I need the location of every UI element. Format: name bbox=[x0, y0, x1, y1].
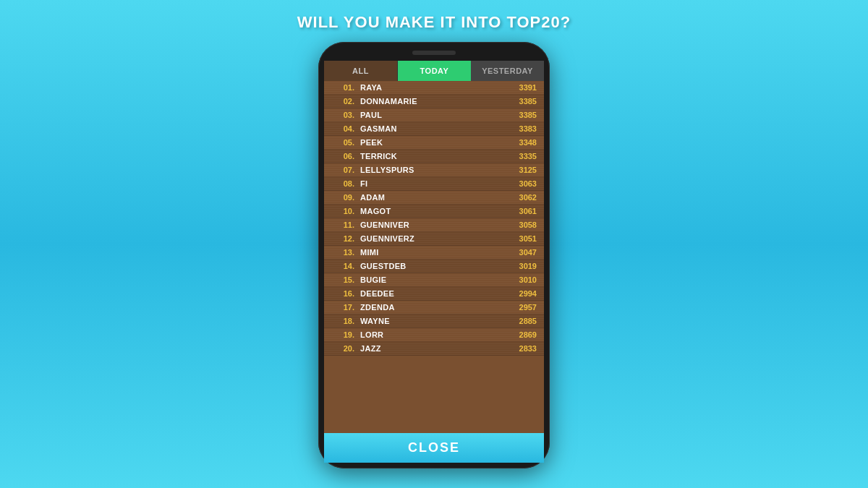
row-score: 3383 bbox=[519, 124, 537, 133]
leaderboard-row: 03.PAUL3385 bbox=[324, 108, 544, 122]
leaderboard-row: 10.MAGOT3061 bbox=[324, 205, 544, 218]
row-name: LORR bbox=[354, 330, 519, 339]
leaderboard-row: 15.BUGIE3010 bbox=[324, 273, 544, 287]
row-score: 3385 bbox=[519, 97, 537, 106]
leaderboard-row: 20.JAZZ2833 bbox=[324, 342, 544, 356]
row-rank: 05. bbox=[331, 138, 354, 147]
row-rank: 07. bbox=[331, 166, 354, 174]
phone-speaker bbox=[412, 51, 456, 55]
row-rank: 19. bbox=[331, 330, 354, 339]
tab-today[interactable]: TODAY bbox=[398, 61, 471, 81]
row-rank: 06. bbox=[331, 152, 354, 160]
row-score: 2994 bbox=[519, 289, 537, 298]
row-name: PAUL bbox=[354, 111, 519, 119]
leaderboard-row: 05.PEEK3348 bbox=[324, 136, 544, 150]
leaderboard-row: 16.DEEDEE2994 bbox=[324, 287, 544, 301]
row-rank: 01. bbox=[331, 83, 354, 92]
row-score: 3019 bbox=[519, 262, 537, 270]
leaderboard-row: 18.WAYNE2885 bbox=[324, 314, 544, 328]
row-name: MAGOT bbox=[354, 207, 519, 215]
leaderboard-row: 17.ZDENDA2957 bbox=[324, 301, 544, 314]
row-name: DEEDEE bbox=[354, 289, 519, 298]
row-score: 3125 bbox=[519, 166, 537, 174]
row-score: 2885 bbox=[519, 317, 537, 325]
row-name: LELLYSPURS bbox=[354, 166, 519, 174]
row-name: GUENNIVER bbox=[354, 221, 519, 229]
tab-all[interactable]: ALL bbox=[324, 61, 398, 81]
row-name: JAZZ bbox=[354, 344, 519, 353]
row-score: 3010 bbox=[519, 275, 537, 284]
leaderboard-row: 13.MIMI3047 bbox=[324, 246, 544, 260]
row-rank: 02. bbox=[331, 97, 354, 106]
row-name: GASMAN bbox=[354, 124, 519, 133]
row-name: GUENNIVERZ bbox=[354, 234, 519, 243]
row-rank: 10. bbox=[331, 207, 354, 215]
row-rank: 15. bbox=[331, 275, 354, 284]
row-rank: 12. bbox=[331, 234, 354, 243]
leaderboard-row: 02.DONNAMARIE3385 bbox=[324, 95, 544, 108]
leaderboard-row: 11.GUENNIVER3058 bbox=[324, 218, 544, 232]
row-score: 2869 bbox=[519, 330, 537, 339]
row-rank: 04. bbox=[331, 124, 354, 133]
row-name: ZDENDA bbox=[354, 303, 519, 312]
row-rank: 18. bbox=[331, 317, 354, 325]
row-rank: 08. bbox=[331, 179, 354, 188]
row-rank: 14. bbox=[331, 262, 354, 270]
row-rank: 09. bbox=[331, 193, 354, 202]
close-button[interactable]: CLOSE bbox=[324, 433, 544, 463]
leaderboard-row: 09.ADAM3062 bbox=[324, 191, 544, 205]
row-score: 3348 bbox=[519, 138, 537, 147]
row-name: BUGIE bbox=[354, 275, 519, 284]
tab-bar: ALL TODAY YESTERDAY bbox=[324, 61, 544, 81]
row-name: MIMI bbox=[354, 248, 519, 257]
leaderboard-row: 19.LORR2869 bbox=[324, 328, 544, 342]
row-score: 2957 bbox=[519, 303, 537, 312]
row-name: WAYNE bbox=[354, 317, 519, 325]
tab-yesterday[interactable]: YESTERDAY bbox=[471, 61, 544, 81]
leaderboard-row: 07.LELLYSPURS3125 bbox=[324, 163, 544, 177]
row-score: 3051 bbox=[519, 234, 537, 243]
row-score: 3385 bbox=[519, 111, 537, 119]
row-rank: 16. bbox=[331, 289, 354, 298]
row-name: PEEK bbox=[354, 138, 519, 147]
row-name: FI bbox=[354, 179, 519, 188]
page-title: WILL YOU MAKE IT INTO TOP20? bbox=[297, 13, 571, 32]
row-name: RAYA bbox=[354, 83, 519, 92]
row-score: 3391 bbox=[519, 83, 537, 92]
row-name: DONNAMARIE bbox=[354, 97, 519, 106]
leaderboard-row: 12.GUENNIVERZ3051 bbox=[324, 232, 544, 246]
row-rank: 11. bbox=[331, 221, 354, 229]
row-rank: 13. bbox=[331, 248, 354, 257]
leaderboard-row: 04.GASMAN3383 bbox=[324, 122, 544, 136]
row-score: 3058 bbox=[519, 221, 537, 229]
row-score: 3047 bbox=[519, 248, 537, 257]
row-rank: 03. bbox=[331, 111, 354, 119]
phone-frame: ALL TODAY YESTERDAY 01.RAYA339102.DONNAM… bbox=[318, 42, 550, 468]
leaderboard-row: 14.GUESTDEB3019 bbox=[324, 260, 544, 273]
row-score: 3063 bbox=[519, 179, 537, 188]
leaderboard-row: 08.FI3063 bbox=[324, 177, 544, 191]
row-score: 3061 bbox=[519, 207, 537, 215]
row-score: 3335 bbox=[519, 152, 537, 160]
row-score: 3062 bbox=[519, 193, 537, 202]
row-name: ADAM bbox=[354, 193, 519, 202]
row-rank: 20. bbox=[331, 344, 354, 353]
row-name: GUESTDEB bbox=[354, 262, 519, 270]
row-rank: 17. bbox=[331, 303, 354, 312]
row-name: TERRICK bbox=[354, 152, 519, 160]
phone-screen: ALL TODAY YESTERDAY 01.RAYA339102.DONNAM… bbox=[324, 61, 544, 463]
row-score: 2833 bbox=[519, 344, 537, 353]
leaderboard-list: 01.RAYA339102.DONNAMARIE338503.PAUL33850… bbox=[324, 81, 544, 433]
leaderboard-row: 06.TERRICK3335 bbox=[324, 150, 544, 163]
leaderboard-row: 01.RAYA3391 bbox=[324, 81, 544, 95]
